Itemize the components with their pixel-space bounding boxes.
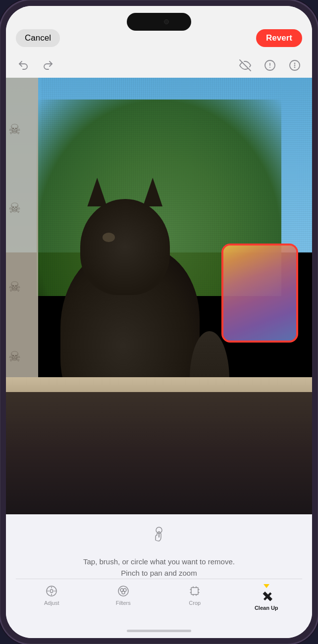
screen: Cancel Revert xyxy=(6,6,312,638)
cat-head xyxy=(80,199,170,295)
active-indicator xyxy=(264,584,269,588)
adjust-icon xyxy=(45,584,58,598)
revert-button[interactable]: Revert xyxy=(256,29,302,47)
windowsill xyxy=(6,377,312,392)
tumbler-object xyxy=(223,246,296,341)
dynamic-island xyxy=(127,13,191,31)
svg-rect-19 xyxy=(191,588,198,594)
photo-area[interactable]: ☠ ☠ ☠ ☠ xyxy=(6,78,312,514)
skull-decoration-2: ☠ xyxy=(8,200,21,216)
cleanup-icon xyxy=(260,589,273,603)
svg-point-5 xyxy=(295,63,295,64)
skull-decoration-1: ☠ xyxy=(8,121,21,138)
crop-label: Crop xyxy=(189,600,201,606)
adjust-label: Adjust xyxy=(44,600,59,606)
filters-label: Filters xyxy=(116,600,131,606)
cat-eye xyxy=(103,233,115,242)
hand-gesture-icon xyxy=(149,526,169,550)
filters-icon xyxy=(116,584,130,598)
adjust-tool-wrapper: Adjust xyxy=(34,584,69,606)
cleanup-tool[interactable]: Clean Up xyxy=(249,589,284,611)
floor xyxy=(6,392,312,514)
cleanup-tool-wrapper: Clean Up xyxy=(249,584,284,611)
skull-decoration-3: ☠ xyxy=(8,279,21,295)
skull-decoration-4: ☠ xyxy=(8,348,21,365)
svg-point-8 xyxy=(156,527,162,533)
hide-button[interactable] xyxy=(238,58,253,73)
more-button[interactable] xyxy=(287,58,302,73)
phone-frame: Cancel Revert xyxy=(0,0,318,644)
camera-dot xyxy=(164,19,169,24)
svg-point-14 xyxy=(50,590,53,593)
toolbar-row xyxy=(6,53,312,78)
filters-tool[interactable]: Filters xyxy=(106,584,141,606)
crop-tool[interactable]: Crop xyxy=(177,584,212,606)
svg-point-7 xyxy=(295,67,295,68)
undo-button[interactable] xyxy=(16,58,31,73)
adjust-tool[interactable]: Adjust xyxy=(34,584,69,606)
svg-point-6 xyxy=(295,65,295,66)
bottom-panel: Tap, brush, or circle what you want to r… xyxy=(6,514,312,623)
filters-tool-wrapper: Filters xyxy=(106,584,141,606)
redo-button[interactable] xyxy=(41,58,55,73)
svg-point-18 xyxy=(122,591,125,594)
crop-tool-wrapper: Crop xyxy=(177,584,212,606)
cancel-button[interactable]: Cancel xyxy=(16,29,60,47)
crop-icon xyxy=(188,584,202,598)
selection-box[interactable] xyxy=(221,244,298,343)
home-indicator-bar xyxy=(6,623,312,638)
markup-button[interactable] xyxy=(263,58,277,73)
bottom-toolbar: Adjust Filters xyxy=(16,579,302,623)
instruction-area: Tap, brush, or circle what you want to r… xyxy=(83,526,235,579)
cleanup-label: Clean Up xyxy=(255,605,278,611)
home-bar xyxy=(127,630,191,632)
instruction-text: Tap, brush, or circle what you want to r… xyxy=(83,556,235,579)
